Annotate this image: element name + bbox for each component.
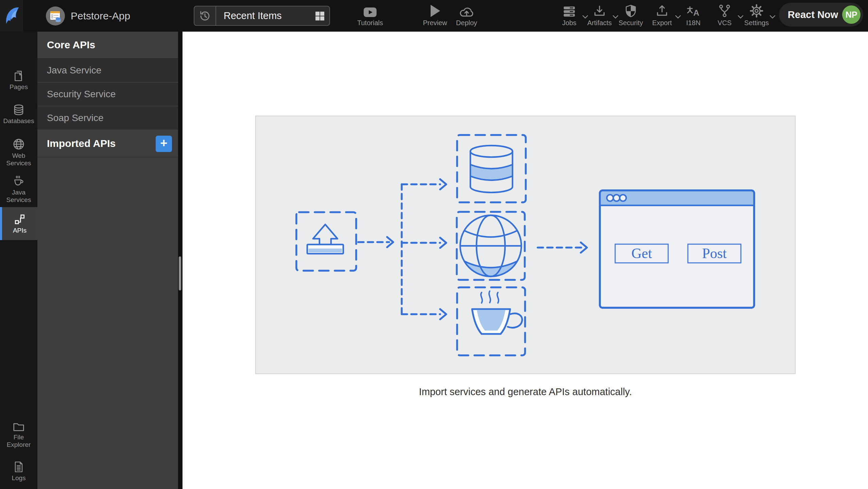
recent-items-label: Recent Items — [216, 10, 310, 21]
apis-icon — [2, 213, 37, 225]
export-menu[interactable]: Export — [646, 2, 678, 31]
diagram-svg: Get Post — [256, 116, 795, 373]
web-services-label: Web Services — [0, 152, 37, 167]
translate-icon: A — [677, 2, 710, 18]
react-now-button[interactable]: React Now NP — [779, 3, 863, 27]
app-root: Petstore-App Recent Items — [0, 0, 868, 489]
list-item-security-service[interactable]: Security Service — [37, 83, 178, 106]
settings-label: Settings — [740, 19, 773, 27]
add-imported-api-button[interactable]: + — [156, 136, 172, 152]
logs-icon — [0, 461, 37, 473]
browser-window-dots — [607, 195, 626, 201]
coffee-box — [457, 287, 525, 355]
security-label: Security — [614, 19, 647, 27]
coffee-cup-icon — [472, 291, 522, 334]
panel-scrollbar[interactable] — [179, 256, 181, 290]
java-services-label: Java Services — [0, 189, 37, 204]
pages-label: Pages — [0, 83, 37, 91]
app-title: Petstore-App — [71, 0, 130, 32]
apis-label: APIs — [2, 227, 37, 234]
databases-label: Databases — [0, 117, 37, 125]
illustration-caption: Import services and generate APIs automa… — [255, 386, 796, 398]
wave-logo-icon — [3, 5, 20, 27]
java-service-label: Java Service — [47, 65, 101, 76]
folder-icon — [0, 421, 37, 432]
download-icon — [583, 2, 616, 18]
logs-label: Logs — [0, 474, 37, 482]
chevron-down-icon — [769, 14, 776, 20]
top-bar: Petstore-App Recent Items — [0, 0, 868, 32]
sidebar-item-web-services[interactable]: Web Services — [0, 138, 37, 167]
file-explorer-label: File Explorer — [0, 434, 37, 449]
mini-database-icon — [56, 17, 60, 22]
cloud-upload-icon — [450, 2, 483, 18]
artifacts-label: Artifacts — [583, 19, 616, 27]
sidebar-item-file-explorer[interactable]: File Explorer — [0, 421, 37, 449]
sidebar-item-databases[interactable]: Databases — [0, 104, 37, 125]
wavemaker-logo[interactable] — [0, 0, 23, 32]
settings-menu[interactable]: Settings — [740, 2, 773, 31]
jobs-menu[interactable]: Jobs — [553, 2, 586, 31]
preview-label: Preview — [419, 19, 451, 27]
imported-apis-title: Imported APIs — [47, 138, 116, 149]
jobs-label: Jobs — [553, 19, 586, 27]
post-label: Post — [702, 246, 727, 261]
svg-text:A: A — [693, 8, 699, 17]
i18n-label: I18N — [677, 19, 710, 27]
gear-icon — [740, 2, 773, 18]
list-item-soap-service[interactable]: Soap Service — [37, 106, 178, 130]
deploy-button[interactable]: Deploy — [450, 2, 483, 31]
globe-icon — [0, 138, 37, 151]
jobs-icon — [553, 2, 586, 18]
globe-icon — [460, 215, 521, 276]
sidebar-item-logs[interactable]: Logs — [0, 461, 37, 482]
database-box — [457, 135, 526, 202]
deploy-label: Deploy — [450, 19, 483, 27]
artifacts-menu[interactable]: Artifacts — [583, 2, 616, 31]
export-icon — [646, 2, 678, 18]
globe-box — [457, 212, 525, 280]
coffee-cup-icon — [0, 174, 37, 187]
sidebar-item-java-services[interactable]: Java Services — [0, 174, 37, 204]
play-icon — [419, 2, 451, 18]
main-canvas: Get Post Import services and generate AP… — [183, 32, 868, 489]
vcs-menu[interactable]: VCS — [708, 2, 741, 31]
pages-icon — [0, 70, 37, 82]
api-import-illustration: Get Post — [255, 116, 796, 374]
youtube-icon — [354, 2, 386, 18]
security-button[interactable]: Security — [614, 2, 647, 31]
tutorials-button[interactable]: Tutorials — [354, 2, 386, 31]
browser-window: Get Post — [600, 190, 754, 308]
list-item-java-service[interactable]: Java Service — [37, 59, 178, 83]
react-now-label: React Now — [779, 9, 842, 20]
recent-items-dropdown[interactable]: Recent Items — [194, 6, 330, 26]
history-icon — [194, 6, 216, 25]
sidebar-item-apis[interactable]: APIs — [0, 207, 37, 240]
upload-icon — [307, 224, 343, 254]
i18n-button[interactable]: A I18N — [677, 2, 710, 31]
preview-button[interactable]: Preview — [419, 2, 451, 31]
shield-icon — [614, 2, 647, 18]
tutorials-label: Tutorials — [354, 19, 386, 27]
database-icon — [0, 104, 37, 116]
user-avatar[interactable]: NP — [842, 5, 861, 24]
core-apis-header: Core APIs — [37, 32, 178, 59]
vcs-label: VCS — [708, 19, 741, 27]
soap-service-label: Soap Service — [47, 113, 104, 123]
left-nav-rail: Pages Databases Web Servi — [0, 32, 37, 489]
upload-box — [296, 212, 356, 271]
apis-panel: Core APIs Java Service Security Service … — [37, 32, 178, 489]
grid-view-icon[interactable] — [310, 10, 329, 22]
git-branch-icon — [708, 2, 741, 18]
project-avatar-icon[interactable] — [46, 6, 65, 26]
sidebar-item-pages[interactable]: Pages — [0, 70, 37, 91]
steam-lines — [481, 291, 499, 303]
get-label: Get — [631, 246, 652, 261]
database-icon — [470, 146, 513, 192]
export-label: Export — [646, 19, 678, 27]
imported-apis-header: Imported APIs + — [37, 130, 178, 157]
core-apis-title: Core APIs — [47, 39, 95, 51]
security-service-label: Security Service — [47, 89, 116, 100]
